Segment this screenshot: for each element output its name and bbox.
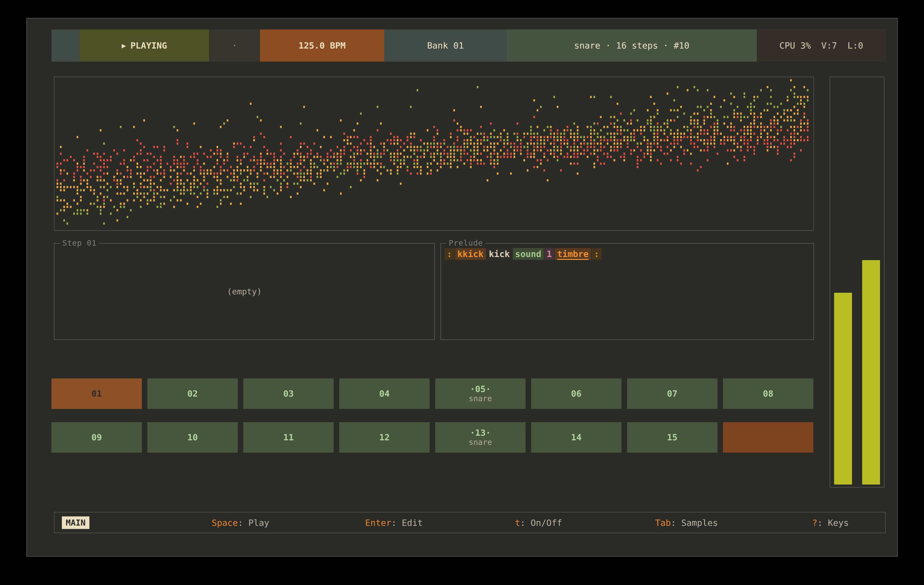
step-button-label: 03 <box>283 389 294 399</box>
step-button-label: 01 <box>91 389 102 399</box>
code-token-0: : <box>444 248 454 260</box>
step-button-label: 14 <box>571 433 581 442</box>
step-button-07[interactable]: 07 <box>627 379 718 409</box>
swing-indicator[interactable]: · <box>209 30 260 62</box>
hint-edit: Enter: Edit <box>334 508 422 537</box>
step-button-05[interactable]: ·05·snare <box>435 379 526 409</box>
code-token-1: kkick <box>455 248 486 260</box>
step-button-label: ·13· <box>470 428 491 438</box>
step-button-14[interactable]: 14 <box>531 422 622 453</box>
step-empty-text: (empty) <box>54 287 434 297</box>
step-detail-panel: Step 01 (empty) <box>54 243 435 340</box>
step-button-label: 06 <box>571 389 581 399</box>
step-button-label: 11 <box>283 433 294 442</box>
step-button-label: 15 <box>667 433 677 442</box>
bpm-display[interactable]: 125.0 BPM <box>260 30 384 62</box>
code-token-6: : <box>592 248 602 260</box>
step-button-label: ·05· <box>470 384 491 394</box>
level-meter-right <box>862 260 880 484</box>
step-button-sample-name: snare <box>469 394 492 403</box>
step-button-label: 07 <box>667 389 677 399</box>
step-button-label: 04 <box>379 389 389 399</box>
mode-badge: MAIN <box>62 516 89 529</box>
step-button-11[interactable]: 11 <box>243 422 334 453</box>
step-button-03[interactable]: 03 <box>243 379 334 409</box>
app-window: ▶ PLAYING · 125.0 BPM Bank 01 snare · 16… <box>26 18 898 557</box>
step-button-04[interactable]: 04 <box>339 379 430 409</box>
bank-display[interactable]: Bank 01 <box>384 30 507 62</box>
prelude-code[interactable]: :kkickkicksound1timbre: <box>444 248 602 260</box>
step-button-label: 02 <box>187 389 198 399</box>
code-token-4: 1 <box>544 248 554 260</box>
prelude-panel-title: Prelude <box>446 238 485 247</box>
step-button-label: 10 <box>187 433 198 442</box>
step-button-13[interactable]: ·13·snare <box>435 422 526 453</box>
step-button-12[interactable]: 12 <box>339 422 430 453</box>
visualizer-canvas <box>54 77 813 230</box>
step-button-label: 12 <box>379 433 389 442</box>
level-meter-left <box>834 293 852 484</box>
status-bar: MAIN Space: Play Enter: Edit t: On/Off T… <box>54 512 886 533</box>
code-token-5: timbre <box>555 248 591 260</box>
transport-label: PLAYING <box>130 41 167 51</box>
step-panel-title: Step 01 <box>60 238 99 247</box>
step-button-sample-name: snare <box>469 438 492 447</box>
level-meter-panel <box>830 77 884 488</box>
hint-onoff: t: On/Off <box>483 508 562 537</box>
topbar-spacer <box>51 30 80 62</box>
transport-status[interactable]: ▶ PLAYING <box>80 30 209 62</box>
step-button-10[interactable]: 10 <box>147 422 238 453</box>
step-button-01[interactable]: 01 <box>51 379 142 409</box>
top-bar: ▶ PLAYING · 125.0 BPM Bank 01 snare · 16… <box>51 30 886 62</box>
prelude-panel: Prelude :kkickkicksound1timbre: <box>440 243 814 340</box>
visualizer-panel <box>54 77 814 231</box>
hint-keys: ?: Keys <box>781 508 849 537</box>
step-button-15[interactable]: 15 <box>627 422 718 453</box>
step-button-label: 09 <box>91 433 102 442</box>
track-info[interactable]: snare · 16 steps · #10 <box>507 30 757 62</box>
step-button-06[interactable]: 06 <box>531 379 622 409</box>
step-button-08[interactable]: 08 <box>723 379 813 409</box>
play-icon: ▶ <box>122 41 126 50</box>
step-button-16[interactable] <box>723 422 813 453</box>
step-button-02[interactable]: 02 <box>147 379 238 409</box>
hint-play: Space: Play <box>180 508 269 537</box>
step-button-09[interactable]: 09 <box>51 422 142 453</box>
code-token-2: kick <box>487 248 512 260</box>
hint-samples: Tab: Samples <box>624 508 718 537</box>
step-button-label: 08 <box>763 389 773 399</box>
system-stats: CPU 3% V:7 L:0 <box>757 30 886 62</box>
code-token-3: sound <box>513 248 544 260</box>
